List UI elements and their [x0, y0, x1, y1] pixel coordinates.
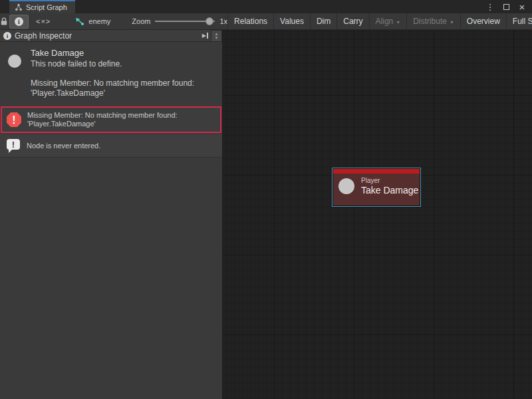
zoom-label: Zoom: [132, 17, 150, 25]
inspector-toggle-button[interactable]: i: [9, 15, 29, 29]
zoom-slider[interactable]: [155, 17, 215, 26]
graph-icon: [75, 17, 84, 26]
graph-canvas[interactable]: Player Take Damage: [223, 30, 532, 399]
zoom-slider-handle[interactable]: [205, 17, 213, 25]
graph-inspector-panel: i Graph Inspector ▶ ▲ ▼ Take Damage This…: [0, 30, 223, 399]
chevron-down-icon: ▼: [396, 20, 400, 25]
error-octagon-icon: !: [6, 112, 22, 128]
tab-label: Script Graph: [26, 3, 67, 11]
node-category: Player: [361, 177, 418, 184]
close-icon[interactable]: ×: [517, 1, 527, 12]
carry-button[interactable]: Carry: [336, 13, 368, 30]
node-type-icon: [8, 55, 21, 68]
graph-breadcrumb[interactable]: enemy: [75, 17, 110, 26]
node-error-strip: [333, 169, 420, 174]
values-button[interactable]: Values: [273, 13, 310, 30]
info-icon: i: [3, 32, 11, 40]
take-damage-node[interactable]: Player Take Damage: [332, 168, 421, 207]
node-title: Take Damage: [361, 185, 418, 196]
dock-panel-button[interactable]: ▶: [202, 33, 208, 39]
error-message-text: Missing Member: No matching member found…: [27, 111, 178, 128]
lock-button[interactable]: [0, 13, 8, 30]
unity-script-graph-window: Script Graph ⋮ × i <×> e: [0, 0, 532, 399]
overview-button[interactable]: Overview: [460, 13, 506, 30]
variables-icon: <×>: [36, 17, 51, 25]
graph-inspector-title: Graph Inspector: [15, 31, 72, 41]
info-icon: i: [15, 17, 23, 26]
zoom-value: 1x: [219, 17, 227, 25]
error-message-box[interactable]: ! Missing Member: No matching member fou…: [1, 106, 221, 133]
panel-spinner[interactable]: ▲ ▼: [211, 30, 222, 42]
zoom-control: Zoom 1x: [132, 17, 227, 26]
tab-bar: Script Graph ⋮ ×: [0, 0, 532, 13]
spinner-down-icon[interactable]: ▼: [215, 36, 219, 40]
node-summary: Take Damage This node failed to define. …: [0, 42, 222, 106]
full-screen-button[interactable]: Full Screen: [506, 13, 532, 30]
dim-button[interactable]: Dim: [310, 13, 336, 30]
warning-bubble-icon: !: [5, 138, 21, 154]
node-summary-subtitle: This node failed to define.: [31, 59, 194, 68]
window-menu-icon[interactable]: ⋮: [485, 1, 495, 12]
node-summary-detail: Missing Member: No matching member found…: [31, 78, 194, 98]
node-summary-title: Take Damage: [31, 48, 194, 58]
distribute-button[interactable]: Distribute ▼: [406, 13, 460, 30]
align-button[interactable]: Align ▼: [369, 13, 407, 30]
maximize-icon[interactable]: [501, 1, 511, 12]
relations-button[interactable]: Relations: [227, 13, 273, 30]
warning-message-text: Node is never entered.: [27, 142, 100, 150]
lock-icon: [0, 17, 8, 26]
svg-text:!: !: [12, 140, 15, 150]
tab-script-graph[interactable]: Script Graph: [9, 0, 75, 13]
graph-toolbar: i <×> enemy Zoom 1x Relations: [0, 13, 532, 30]
warning-message-box[interactable]: ! Node is never entered.: [0, 134, 222, 158]
node-member-icon: [338, 178, 354, 194]
window-controls: ⋮ ×: [485, 0, 532, 13]
svg-text:!: !: [12, 114, 15, 126]
graph-inspector-header: i Graph Inspector ▶ ▲ ▼: [0, 30, 222, 42]
script-graph-icon: [15, 3, 23, 11]
breadcrumb-label: enemy: [88, 17, 110, 25]
chevron-down-icon: ▼: [450, 20, 454, 25]
toolbar-buttons: Relations Values Dim Carry Align ▼ Distr…: [227, 13, 532, 30]
variables-toggle-button[interactable]: <×>: [31, 15, 55, 29]
